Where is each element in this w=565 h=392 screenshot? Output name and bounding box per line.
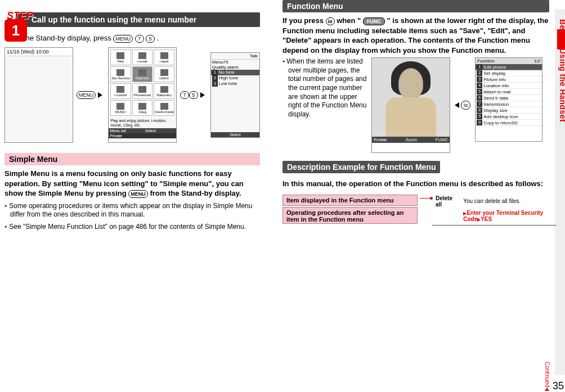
description-intro: In this manual, the operation of the Fun… [282,179,549,189]
fmenu-item: 6Send Ir data [476,95,542,101]
key-5-icon: 5 [146,35,155,43]
softkey-row-2: Private [109,133,176,138]
example-label-operation: Operating procedures after selecting an … [282,207,418,224]
menu-icon-selected: Data box [132,66,153,82]
menu-icon: Mail [110,49,131,65]
menu-item: 3Low tone [211,81,259,87]
example-op-desc: You can delete all files. [461,195,548,208]
menu-icon: MUSIC [110,100,131,116]
menu-item-selected: 1No tone [211,70,259,75]
continued-label: Continued [544,362,550,391]
main-menu-screen: Mail i-mode i-appli Set./Service Data bo… [108,47,177,143]
fmenu-item: 8Display size [476,107,542,114]
softkey-left: Menu set [110,129,126,133]
simple-bullet-2: See "Simple Menu Function List" on page … [5,223,260,232]
photo-display-screen: Rotate Zoom FUNC [371,57,450,153]
menu-caption: Play and enjoy picture, i-motion, movie,… [109,118,176,128]
example-label-item: Item displayed in the Function menu [282,195,418,206]
menu-title: Quality alarm [211,65,259,70]
fmenu-item: 4Location info [476,83,542,89]
simple-bullet-1: Some operating procedures or items which… [5,202,260,219]
fmenu-item: 3Picture info [476,76,542,83]
photo-softkey-row: Rotate Zoom FUNC [372,137,450,143]
softkey-private: Private [110,134,122,138]
fmenu-item: 0Copy to microSD [476,120,542,126]
menu-icon: Set./Service [110,66,131,82]
function-menu-screen: Function1/2 1Edit picture 2Set display 3… [475,57,542,142]
ialpha-key-icon: iα [461,101,470,110]
function-note: When the items are listed over multiple … [282,57,367,153]
function-menu-header: Function1/2 [476,58,542,64]
menu-icon: i-mode [132,49,153,65]
menu-number: Menu75 [211,60,259,65]
example-op-name: Delete all [433,195,460,208]
function-menu-heading: Function Menu [282,0,549,12]
side-section-title: Before Using the Handset [558,19,565,122]
key-7-icon: 7 [180,91,189,99]
continued-arrow-icon [545,388,549,391]
menu-icon: 1Seg [132,100,153,116]
menu-item: 2High tone [211,75,259,81]
fmenu-item: 9Add desktop icon [476,114,542,120]
menu-key-icon: MENU [128,190,148,198]
photo-body [372,58,450,137]
quality-alarm-screen: Talk Menu75 Quality alarm 1No tone 2High… [210,52,260,138]
menu-key-icon: MENU [113,35,133,43]
right-column: Function Menu If you press iα when " FUN… [278,0,554,231]
softkey-zoom: Zoom [405,137,416,142]
step-title: Call up the function using the menu numb… [16,12,260,27]
menu-icon: i-appli [154,49,174,65]
standby-screen: 11/18 (Wed) 10:00 [5,47,73,143]
function-menu-intro: If you press iα when " FUNC " is shown a… [282,16,549,55]
description-example-heading: Description Example for Function Menu [282,161,440,173]
key-7-icon: 7 [135,35,144,43]
softkey-row: Select [211,132,259,137]
softkey-func: FUNC [436,137,448,142]
menu-icon: Stationery [154,83,174,99]
leader-line [420,198,431,199]
softkey-center: Select [145,129,156,133]
step-number: 1 [5,19,27,42]
arrow-icon [200,92,205,98]
arrow-step-2: 7 5 [180,91,207,99]
page-number: 35 [553,380,564,392]
menu-icon: Phonebook [132,83,153,99]
menu-icon-grid: Mail i-mode i-appli Set./Service Data bo… [109,48,176,118]
person-body [385,97,436,137]
example-table: Delete all You can delete all files. ▶En… [432,193,549,224]
standby-time: 11/18 (Wed) 10:00 [5,48,73,56]
simple-menu-body: Simple Menu is a menu focusing on only b… [5,169,260,199]
person-face [398,68,423,98]
func-tag-icon: FUNC [363,17,385,25]
step-header: STEP 1 Call up the function using the me… [5,12,260,27]
fmenu-item: 5Attach to mail [476,89,542,95]
key-5-icon: 5 [189,91,198,99]
arrow-icon [98,92,102,98]
example-diagram: Item displayed in the Function menu Oper… [282,195,549,226]
ialpha-arrow: iα [455,57,470,153]
softkey-rotate: Rotate [374,137,387,142]
function-menu-illustration: When the items are listed over multiple … [282,57,549,153]
arrow-step-1: MENU [77,91,105,99]
fmenu-item: 2Set display [476,70,542,76]
standby-instruction: From the Stand-by display, press MENU 7 … [5,34,260,43]
fmenu-item-selected: 1Edit picture [476,64,542,70]
softkey-row: Menu set Select [109,128,176,133]
screen-sequence: 11/18 (Wed) 10:00 MENU Mail i-mode i-app… [5,47,260,143]
menu-icon: i-concier [110,83,131,99]
example-op-steps: ▶Enter your Terminal Security Code▶YES [461,209,548,223]
menu-key-icon: MENU [77,91,96,99]
example-divider [432,225,556,226]
fmenu-item: 7 transmission [476,101,542,107]
ialpha-key-icon: iα [326,17,335,25]
left-column: STEP 1 Call up the function using the me… [0,0,264,231]
simple-menu-heading: Simple Menu [5,153,260,165]
menu-icon: LifeKit [154,66,174,82]
menu-icon: Osaifu-Keitai [154,100,174,116]
arrow-left-icon [455,102,459,108]
talk-header: Talk [211,53,259,60]
standby-period: . [157,34,159,42]
